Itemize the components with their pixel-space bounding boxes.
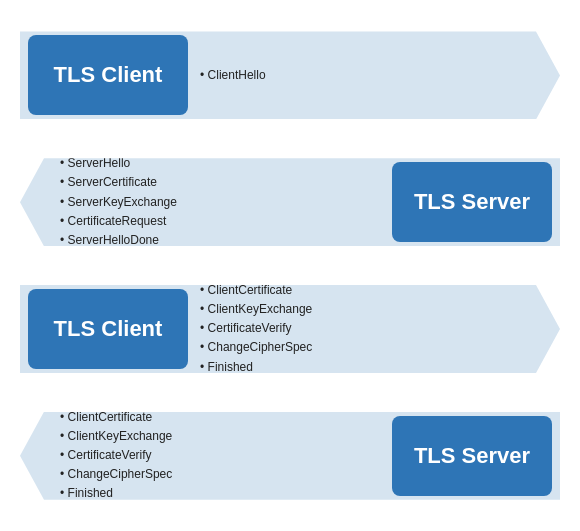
- message-item: ServerHelloDone: [60, 231, 177, 250]
- arrow-right-3: TLS Client ClientCertificateClientKeyExc…: [20, 285, 560, 373]
- message-item: ClientHello: [200, 66, 266, 85]
- tls-client-box-1: TLS Client: [28, 35, 188, 115]
- tls-client-box-2: TLS Client: [28, 289, 188, 369]
- message-list-3: ClientCertificateClientKeyExchangeCertif…: [200, 281, 312, 377]
- tls-server-box-2: TLS Server: [392, 416, 552, 496]
- message-item: ServerKeyExchange: [60, 193, 177, 212]
- message-item: ClientKeyExchange: [60, 427, 172, 446]
- message-list-2: ServerHelloServerCertificateServerKeyExc…: [60, 154, 177, 250]
- arrow-right-1: TLS Client ClientHello: [20, 31, 560, 119]
- message-list-1: ClientHello: [200, 66, 266, 85]
- server-label-2: TLS Server: [414, 443, 530, 469]
- client-label-2: TLS Client: [54, 316, 163, 342]
- server-label-1: TLS Server: [414, 189, 530, 215]
- message-item: ClientCertificate: [200, 281, 312, 300]
- message-item: Finished: [60, 484, 172, 503]
- arrow-left-2: TLS Server ServerHelloServerCertificateS…: [20, 158, 560, 246]
- message-item: Finished: [200, 358, 312, 377]
- tls-handshake-row-2: TLS Server ServerHelloServerCertificateS…: [20, 147, 560, 257]
- tls-handshake-row-4: TLS Server ClientCertificateClientKeyExc…: [20, 401, 560, 511]
- message-item: ChangeCipherSpec: [60, 465, 172, 484]
- message-item: ClientKeyExchange: [200, 300, 312, 319]
- message-list-4: ClientCertificateClientKeyExchangeCertif…: [60, 408, 172, 504]
- message-item: CertificateRequest: [60, 212, 177, 231]
- message-item: CertificateVerify: [200, 319, 312, 338]
- message-item: ServerCertificate: [60, 173, 177, 192]
- tls-handshake-row-1: TLS Client ClientHello: [20, 20, 560, 130]
- message-item: CertificateVerify: [60, 446, 172, 465]
- arrow-left-4: TLS Server ClientCertificateClientKeyExc…: [20, 412, 560, 500]
- tls-server-box-1: TLS Server: [392, 162, 552, 242]
- message-item: ClientCertificate: [60, 408, 172, 427]
- client-label-1: TLS Client: [54, 62, 163, 88]
- tls-handshake-row-3: TLS Client ClientCertificateClientKeyExc…: [20, 274, 560, 384]
- message-item: ChangeCipherSpec: [200, 338, 312, 357]
- message-item: ServerHello: [60, 154, 177, 173]
